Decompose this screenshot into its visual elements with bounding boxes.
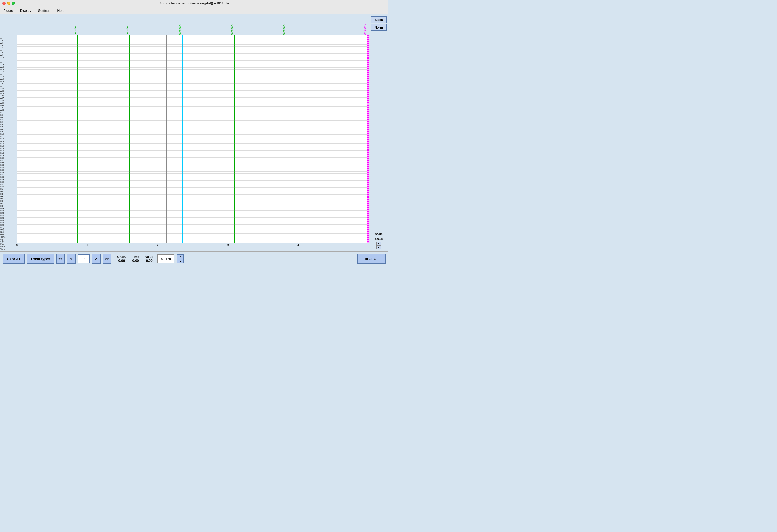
channel-hline-89 — [17, 240, 367, 241]
cancel-button[interactable]: CANCEL — [3, 254, 25, 264]
channel-hline-75 — [17, 208, 367, 209]
channel-label-A32: A32 — [0, 109, 17, 111]
scale-label: Scale — [375, 232, 382, 236]
menu-settings[interactable]: Settings — [37, 8, 52, 13]
channel-hline-24 — [17, 90, 367, 91]
channel-label-B15: B15 — [0, 145, 17, 147]
channel-hline-55 — [17, 162, 367, 162]
channel-label-A15: A15 — [0, 68, 17, 71]
channel-hline-86 — [17, 233, 367, 234]
menu-bar: Figure Display Settings Help — [0, 7, 388, 14]
channel-label-B2: B2 — [0, 114, 17, 116]
maximize-button[interactable] — [12, 2, 15, 5]
channel-label-A19: A19 — [0, 78, 17, 80]
channel-label-B11: B11 — [0, 135, 17, 138]
channel-label-B30: B30 — [0, 181, 17, 183]
channel-label-A17: A17 — [0, 73, 17, 76]
chan-value: 0.00 — [118, 259, 125, 262]
channel-hline-67 — [17, 190, 367, 190]
channel-label-Rref: Rref — [0, 231, 17, 233]
channel-label-A8: A8 — [0, 51, 17, 54]
time-value: 0.00 — [132, 259, 139, 262]
event-label-ev5: condition... — [283, 22, 285, 35]
menu-help[interactable]: Help — [56, 8, 66, 13]
time-group: Time 0.00 — [132, 255, 139, 262]
channel-label-EX2: EX2 — [0, 209, 17, 212]
plus-minus-group: + - — [177, 254, 184, 263]
channel-label-GSR2: GSR2 — [0, 236, 17, 238]
reject-button[interactable]: REJECT — [357, 254, 385, 264]
epoch-input[interactable] — [78, 254, 90, 263]
chart-inner: condition...condition...condition...cond… — [17, 15, 369, 250]
channel-hline-26 — [17, 95, 367, 95]
scale-input[interactable] — [157, 254, 175, 263]
channel-label-A25: A25 — [0, 92, 17, 95]
x-tick-3: 3 — [227, 244, 229, 247]
channel-hline-56 — [17, 164, 367, 165]
channel-label-A26: A26 — [0, 95, 17, 97]
channel-hline-27 — [17, 97, 367, 98]
x-tick-2: 2 — [157, 244, 158, 247]
minimize-button[interactable] — [7, 2, 10, 5]
nav-next-button[interactable]: > — [92, 254, 101, 264]
channel-label-A20: A20 — [0, 80, 17, 83]
channel-hline-35 — [17, 116, 367, 116]
channel-label-A16: A16 — [0, 71, 17, 73]
channel-label-B1: B1 — [0, 111, 17, 114]
stack-button[interactable]: Stack — [371, 16, 386, 23]
x-tick-1: 1 — [87, 244, 88, 247]
menu-figure[interactable]: Figure — [2, 8, 15, 13]
scale-scroll-down[interactable]: ▼ — [376, 245, 381, 249]
channel-hline-50 — [17, 150, 367, 151]
menu-display[interactable]: Display — [19, 8, 33, 13]
channel-hline-48 — [17, 146, 367, 146]
chart-container: condition...condition...condition...cond… — [17, 15, 369, 250]
scale-display: 5.018 — [375, 237, 383, 240]
channel-label-B24: B24 — [0, 167, 17, 169]
nav-next-next-button[interactable]: >> — [103, 254, 111, 264]
channel-label-A30: A30 — [0, 104, 17, 107]
close-button[interactable] — [2, 2, 6, 5]
magenta-scrollbar[interactable] — [367, 35, 369, 243]
channel-label-B32: B32 — [0, 186, 17, 188]
channel-label-B10: B10 — [0, 133, 17, 135]
channel-hline-81 — [17, 222, 367, 222]
minus-button[interactable]: - — [177, 259, 184, 263]
channel-label-Resp: Resp — [0, 245, 17, 248]
norm-button[interactable]: Norm — [371, 24, 386, 31]
event-label-ev4: condition... — [231, 22, 233, 35]
channel-label-Erg1: Erg1 — [0, 238, 17, 240]
channel-hline-61 — [17, 176, 367, 176]
channel-label-EX5: EX5 — [0, 217, 17, 219]
nav-prev-button[interactable]: < — [67, 254, 76, 264]
channel-hline-52 — [17, 155, 367, 155]
channel-hline-43 — [17, 134, 367, 135]
chart-grid[interactable] — [17, 35, 369, 243]
x-tick-4: 4 — [298, 244, 299, 247]
channel-label-B17: B17 — [0, 150, 17, 152]
channel-hline-39 — [17, 125, 367, 125]
nav-prev-prev-button[interactable]: << — [56, 254, 65, 264]
channel-label-B13: B13 — [0, 140, 17, 142]
event-labels-row: condition...condition...condition...cond… — [17, 15, 369, 35]
channel-label-D3: D3 — [0, 193, 17, 195]
channel-label-B4: B4 — [0, 118, 17, 121]
channel-hline-46 — [17, 141, 367, 141]
event-types-button[interactable]: Event types — [27, 254, 54, 264]
channel-label-A31: A31 — [0, 106, 17, 109]
channel-hline-88 — [17, 238, 367, 238]
channel-hline-37 — [17, 120, 367, 121]
channel-hline-5 — [17, 46, 367, 47]
channel-label-EX7: EX7 — [0, 221, 17, 224]
channel-label-A24: A24 — [0, 90, 17, 92]
channel-hline-69 — [17, 194, 367, 195]
x-tick-0: 0 — [16, 244, 18, 247]
channel-label-B6: B6 — [0, 123, 17, 126]
channel-hline-9 — [17, 56, 367, 56]
plus-button[interactable]: + — [177, 254, 184, 259]
channel-hline-36 — [17, 118, 367, 118]
channel-label-D5: D5 — [0, 198, 17, 200]
channel-label-A12: A12 — [0, 61, 17, 64]
scale-scroll-up[interactable]: ▲ — [376, 241, 381, 245]
channel-label-Erg2: Erg2 — [0, 240, 17, 243]
